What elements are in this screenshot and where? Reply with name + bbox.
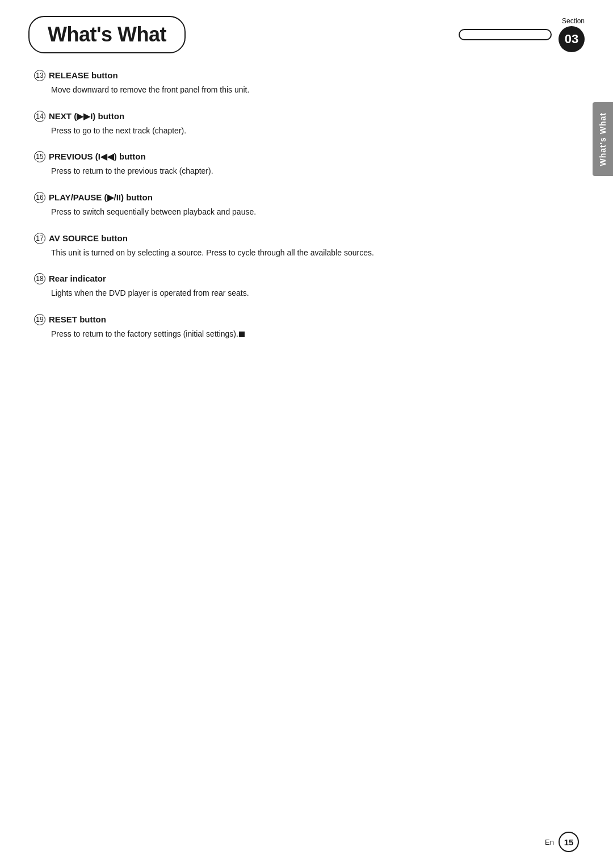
footer-page-number: 15 (559, 832, 579, 852)
item-number-18: 18 (34, 273, 45, 284)
item-header-19: 19 RESET button (34, 315, 568, 326)
item-block-18: 18 Rear indicator Lights when the DVD pl… (34, 274, 568, 300)
page-container: What's What Section 03 What's What 13 RE… (0, 0, 613, 868)
item-header-16: 16 PLAY/PAUSE (▶/II) button (34, 192, 568, 204)
item-header-15: 15 PREVIOUS (I◀◀) button (34, 152, 568, 163)
header-area: What's What Section 03 (0, 0, 613, 53)
stop-icon (239, 332, 245, 337)
item-number-13: 13 (34, 70, 45, 81)
header-oval (459, 29, 552, 40)
section-label-area: Section 03 (559, 17, 585, 52)
item-title-19: RESET button (49, 315, 106, 324)
item-block-19: 19 RESET button Press to return to the f… (34, 315, 568, 341)
page-title: What's What (48, 23, 166, 46)
item-title-18: Rear indicator (49, 274, 106, 283)
item-desc-17: This unit is turned on by selecting a so… (34, 247, 568, 259)
item-block-16: 16 PLAY/PAUSE (▶/II) button Press to swi… (34, 192, 568, 219)
item-title-16: PLAY/PAUSE (▶/II) button (49, 192, 153, 203)
item-title-14: NEXT (▶▶I) button (49, 111, 124, 121)
item-title-13: RELEASE button (49, 70, 118, 80)
main-content: 13 RELEASE button Move downward to remov… (0, 53, 613, 378)
title-box: What's What (28, 16, 186, 53)
item-header-17: 17 AV SOURCE button (34, 233, 568, 245)
vertical-tab: What's What (593, 102, 613, 176)
item-number-16: 16 (34, 192, 45, 203)
item-title-15: PREVIOUS (I◀◀) button (49, 152, 146, 162)
item-number-17: 17 (34, 233, 45, 244)
item-header-18: 18 Rear indicator (34, 274, 568, 285)
item-desc-14: Press to go to the next track (chapter). (34, 125, 568, 137)
header-right: Section 03 (186, 17, 585, 52)
item-desc-18: Lights when the DVD player is operated f… (34, 287, 568, 300)
section-number: 03 (559, 26, 585, 52)
item-block-14: 14 NEXT (▶▶I) button Press to go to the … (34, 111, 568, 137)
vertical-tab-text: What's What (598, 112, 607, 166)
item-number-14: 14 (34, 111, 45, 122)
item-title-17: AV SOURCE button (49, 233, 128, 243)
section-label: Section (562, 17, 585, 25)
footer-language: En (545, 838, 554, 846)
item-header-13: 13 RELEASE button (34, 70, 568, 82)
item-block-17: 17 AV SOURCE button This unit is turned … (34, 233, 568, 259)
footer: En 15 (545, 832, 579, 852)
item-number-15: 15 (34, 151, 45, 162)
item-desc-16: Press to switch sequentially between pla… (34, 206, 568, 219)
item-desc-15: Press to return to the previous track (c… (34, 165, 568, 178)
item-block-13: 13 RELEASE button Move downward to remov… (34, 70, 568, 97)
item-desc-19: Press to return to the factory settings … (34, 328, 568, 341)
item-desc-13: Move downward to remove the front panel … (34, 84, 568, 97)
item-block-15: 15 PREVIOUS (I◀◀) button Press to return… (34, 152, 568, 178)
item-header-14: 14 NEXT (▶▶I) button (34, 111, 568, 123)
item-number-19: 19 (34, 314, 45, 325)
